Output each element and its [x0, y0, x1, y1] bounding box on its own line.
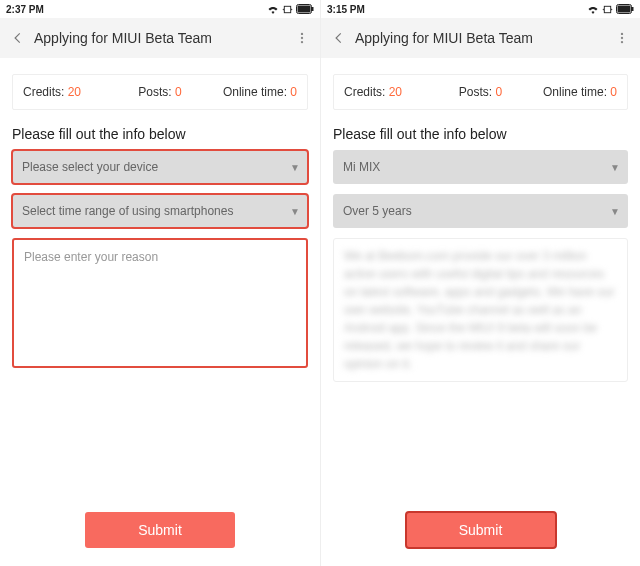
chevron-down-icon: ▼ — [290, 206, 300, 217]
svg-rect-0 — [284, 6, 290, 12]
back-button[interactable] — [327, 31, 351, 45]
page-title: Applying for MIUI Beta Team — [30, 30, 290, 46]
svg-rect-7 — [604, 6, 610, 12]
device-select[interactable]: Please select your device ▼ — [12, 150, 308, 184]
form-prompt: Please fill out the info below — [333, 126, 628, 142]
reason-textarea[interactable]: We at Beebom.com provide our over 3 mill… — [333, 238, 628, 382]
device-select[interactable]: Mi MIX ▼ — [333, 150, 628, 184]
chevron-down-icon: ▼ — [610, 206, 620, 217]
time-range-select[interactable]: Over 5 years ▼ — [333, 194, 628, 228]
online-time-stat: Online time: 0 — [206, 85, 297, 99]
svg-point-13 — [621, 41, 623, 43]
screen-left: 2:37 PM Applying for MIUI Beta Team Cred… — [0, 0, 320, 566]
reason-placeholder: Please enter your reason — [24, 250, 158, 264]
svg-rect-9 — [618, 6, 631, 13]
svg-rect-3 — [312, 7, 314, 11]
chevron-left-icon — [332, 31, 346, 45]
rotate-icon — [282, 4, 293, 15]
status-bar: 3:15 PM — [321, 0, 640, 18]
submit-button[interactable]: Submit — [85, 512, 235, 548]
online-time-stat: Online time: 0 — [526, 85, 617, 99]
time-range-select-text: Over 5 years — [343, 204, 412, 218]
reason-textarea[interactable]: Please enter your reason — [12, 238, 308, 368]
svg-point-5 — [301, 37, 303, 39]
page-title: Applying for MIUI Beta Team — [351, 30, 610, 46]
rotate-icon — [602, 4, 613, 15]
stats-card: Credits: 20 Posts: 0 Online time: 0 — [12, 74, 308, 110]
posts-stat: Posts: 0 — [114, 85, 205, 99]
svg-point-11 — [621, 33, 623, 35]
svg-point-4 — [301, 33, 303, 35]
status-time: 2:37 PM — [6, 4, 44, 15]
time-range-select[interactable]: Select time range of using smartphones ▼ — [12, 194, 308, 228]
back-button[interactable] — [6, 31, 30, 45]
reason-text: We at Beebom.com provide our over 3 mill… — [344, 249, 615, 371]
wifi-icon — [267, 4, 279, 14]
device-select-text: Mi MIX — [343, 160, 380, 174]
svg-rect-10 — [632, 7, 634, 11]
overflow-menu-button[interactable] — [610, 31, 634, 45]
battery-icon — [296, 4, 314, 14]
wifi-icon — [587, 4, 599, 14]
status-icons — [587, 4, 634, 15]
svg-rect-2 — [298, 6, 311, 13]
submit-button[interactable]: Submit — [406, 512, 556, 548]
svg-point-12 — [621, 37, 623, 39]
posts-stat: Posts: 0 — [435, 85, 526, 99]
chevron-left-icon — [11, 31, 25, 45]
screen-right: 3:15 PM Applying for MIUI Beta Team Cred… — [320, 0, 640, 566]
svg-point-6 — [301, 41, 303, 43]
status-icons — [267, 4, 314, 15]
chevron-down-icon: ▼ — [610, 162, 620, 173]
vertical-dots-icon — [615, 31, 629, 45]
app-header: Applying for MIUI Beta Team — [321, 18, 640, 58]
app-header: Applying for MIUI Beta Team — [0, 18, 320, 58]
form-prompt: Please fill out the info below — [12, 126, 308, 142]
credits-stat: Credits: 20 — [23, 85, 114, 99]
chevron-down-icon: ▼ — [290, 162, 300, 173]
stats-card: Credits: 20 Posts: 0 Online time: 0 — [333, 74, 628, 110]
battery-icon — [616, 4, 634, 14]
credits-stat: Credits: 20 — [344, 85, 435, 99]
overflow-menu-button[interactable] — [290, 31, 314, 45]
status-bar: 2:37 PM — [0, 0, 320, 18]
status-time: 3:15 PM — [327, 4, 365, 15]
vertical-dots-icon — [295, 31, 309, 45]
device-select-text: Please select your device — [22, 160, 158, 174]
time-range-select-text: Select time range of using smartphones — [22, 204, 233, 218]
